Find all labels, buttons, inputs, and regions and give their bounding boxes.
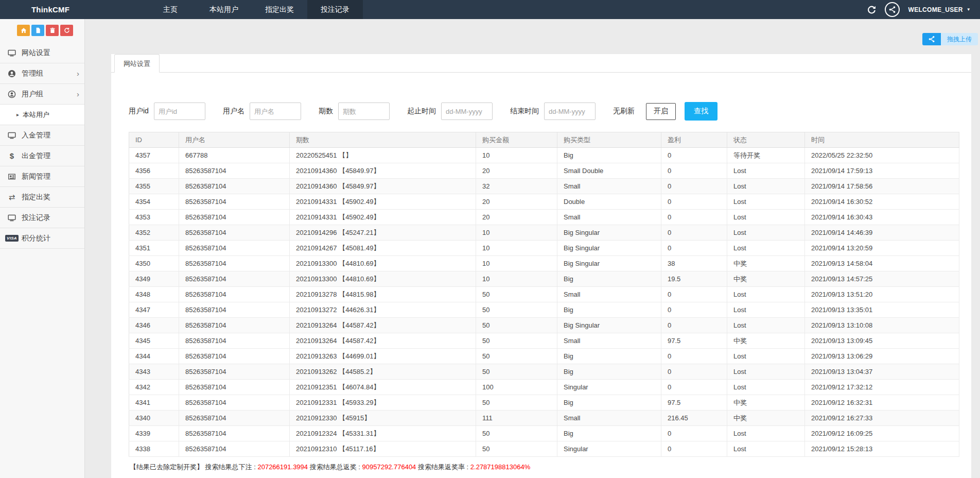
- cell-type: Small: [557, 287, 661, 302]
- cell-time: 2021/09/14 17:59:13: [805, 163, 959, 179]
- sidebar-item-assign-draw[interactable]: ⇄指定出奖: [0, 187, 84, 208]
- file-button[interactable]: [31, 25, 44, 36]
- cell-profit: 0: [661, 380, 727, 395]
- sidebar-item-label: 用户组: [22, 90, 43, 99]
- cell-profit: 0: [661, 441, 727, 457]
- sidebar-menu: 网站设置管理组›用户组›▸本站用户入金管理$出金管理新闻管理⇄指定出奖投注记录V…: [0, 43, 84, 249]
- home-button[interactable]: [17, 25, 30, 36]
- no-refresh-label: 无刷新: [613, 107, 635, 116]
- cell-type: Small: [557, 333, 661, 349]
- avatar[interactable]: [885, 2, 900, 17]
- cell-amount: 50: [476, 318, 557, 333]
- user-dropdown[interactable]: WELCOME_USER ▼: [908, 6, 971, 13]
- cell-profit: 97.5: [661, 333, 727, 349]
- table-row: 43448526358710420210913263 【44699.01】50B…: [129, 349, 959, 364]
- tab-site-settings[interactable]: 网站设置: [114, 54, 160, 73]
- table-row: 43478526358710420210913272 【44626.31】50B…: [129, 302, 959, 318]
- sidebar-item-admin-group[interactable]: 管理组›: [0, 63, 84, 84]
- cell-status: 中奖: [727, 271, 805, 287]
- trash-button[interactable]: [46, 25, 59, 36]
- cell-status: Lost: [727, 225, 805, 241]
- cell-status: Lost: [727, 364, 805, 380]
- end-time-input[interactable]: [544, 103, 596, 120]
- sidebar-item-news-management[interactable]: 新闻管理: [0, 166, 84, 187]
- sidebar-item-user-group[interactable]: 用户组›: [0, 84, 84, 105]
- start-time-input[interactable]: [441, 103, 493, 120]
- cell-type: Small: [557, 179, 661, 194]
- nav-item-home[interactable]: 主页: [150, 0, 191, 19]
- cell-amount: 20: [476, 210, 557, 225]
- user-id-input[interactable]: [154, 103, 205, 120]
- nav-item-assign-draw[interactable]: 指定出奖: [252, 0, 307, 19]
- sidebar-item-label: 投注记录: [22, 213, 50, 223]
- cell-amount: 50: [476, 441, 557, 457]
- sidebar-item-points-statistics[interactable]: VISA积分统计: [0, 228, 84, 249]
- cell-status: Lost: [727, 210, 805, 225]
- cell-status: 中奖: [727, 256, 805, 271]
- share-upload-icon: [922, 33, 941, 45]
- chevron-right-icon: ›: [77, 90, 79, 98]
- cell-profit: 0: [661, 194, 727, 210]
- cell-amount: 10: [476, 241, 557, 256]
- refresh-toggle[interactable]: 开启: [646, 103, 676, 120]
- cell-profit: 0: [661, 241, 727, 256]
- cell-id: 4349: [129, 271, 179, 287]
- cell-user: 85263587104: [179, 179, 290, 194]
- cell-time: 2021/09/13 13:51:20: [805, 287, 959, 302]
- end-time-label: 结束时间: [510, 107, 539, 116]
- cell-amount: 50: [476, 333, 557, 349]
- cell-time: 2021/09/12 16:09:25: [805, 426, 959, 441]
- username-group: 用户名: [223, 103, 301, 120]
- sidebar-item-deposit-management[interactable]: 入金管理: [0, 125, 84, 146]
- recycle-button[interactable]: [60, 25, 73, 36]
- refresh-icon[interactable]: [867, 5, 876, 14]
- sidebar-item-label: 网站设置: [22, 48, 50, 58]
- cell-id: 4354: [129, 194, 179, 210]
- dollar-icon: $: [7, 151, 16, 160]
- sidebar-item-site-users[interactable]: ▸本站用户: [0, 105, 84, 125]
- cell-issue: 20210914267 【45081.49】: [290, 241, 476, 256]
- cell-type: Big Singular: [557, 318, 661, 333]
- cell-issue: 20210913272 【44626.31】: [290, 302, 476, 318]
- nav-item-site-users[interactable]: 本站用户: [196, 0, 252, 19]
- issue-input[interactable]: [338, 103, 390, 120]
- app-logo[interactable]: ThinkCMF: [31, 0, 110, 19]
- search-button[interactable]: 查找: [685, 102, 717, 121]
- table-row: 43428526358710420210912351 【46074.84】100…: [129, 380, 959, 395]
- cell-time: 2021/09/14 14:46:39: [805, 225, 959, 241]
- cell-profit: 0: [661, 179, 727, 194]
- cell-time: 2021/09/12 16:32:31: [805, 395, 959, 411]
- drag-upload-button[interactable]: 拖拽上传: [922, 33, 978, 45]
- summary-label: 搜索结果总返奖 :: [308, 463, 362, 471]
- panel-body: 用户id用户名期数起止时间结束时间 无刷新 开启 查找 ID用户名期数购买金额购…: [111, 73, 971, 477]
- cell-time: 2021/09/13 14:58:04: [805, 256, 959, 271]
- column-header: 购买类型: [557, 132, 661, 148]
- exchange-icon: ⇄: [7, 193, 16, 201]
- user-filled-icon: [7, 69, 16, 78]
- cell-status: 中奖: [727, 333, 805, 349]
- user-id-label: 用户id: [129, 107, 149, 116]
- upload-label: 拖拽上传: [941, 33, 978, 45]
- cell-id: 4343: [129, 364, 179, 380]
- cell-type: Big Singular: [557, 225, 661, 241]
- cell-user: 85263587104: [179, 271, 290, 287]
- cell-status: 中奖: [727, 411, 805, 426]
- cell-issue: 20210912351 【46074.84】: [290, 380, 476, 395]
- sidebar-item-bet-records[interactable]: 投注记录: [0, 208, 84, 228]
- cell-type: Small Double: [557, 163, 661, 179]
- cell-amount: 50: [476, 287, 557, 302]
- monitor-icon: [7, 131, 16, 140]
- cell-issue: 20210913264 【44587.42】: [290, 318, 476, 333]
- cell-issue: 20210913300 【44810.69】: [290, 256, 476, 271]
- cell-status: Lost: [727, 179, 805, 194]
- sidebar-item-site-settings[interactable]: 网站设置: [0, 43, 84, 63]
- sidebar-item-withdrawal-management[interactable]: $出金管理: [0, 146, 84, 166]
- username-input[interactable]: [250, 103, 301, 120]
- cell-user: 85263587104: [179, 411, 290, 426]
- issue-group: 期数: [319, 103, 390, 120]
- nav-item-bet-records[interactable]: 投注记录: [307, 0, 363, 19]
- sidebar-item-label: 入金管理: [22, 131, 50, 140]
- table-row: 43388526358710420210912310 【45117.16】50S…: [129, 441, 959, 457]
- cell-time: 2021/09/12 16:27:33: [805, 411, 959, 426]
- cell-type: Small: [557, 411, 661, 426]
